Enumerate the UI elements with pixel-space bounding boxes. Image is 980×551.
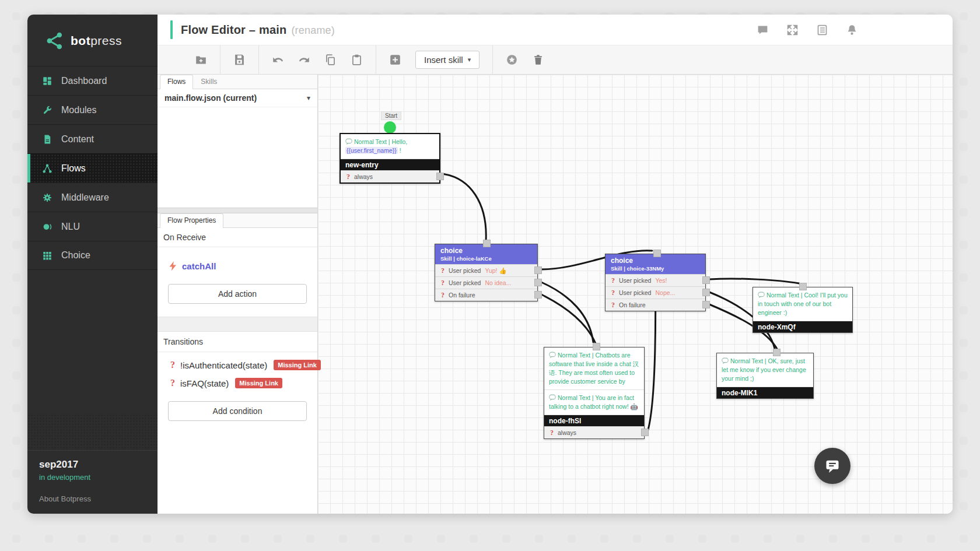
connection-port[interactable] [483, 240, 491, 247]
tab-flows[interactable]: Flows [160, 75, 193, 89]
sidebar-item-flows[interactable]: Flows [27, 153, 158, 183]
paste-button[interactable] [351, 54, 363, 66]
journal-icon[interactable] [816, 24, 828, 36]
sidebar-item-nlu[interactable]: NLU [27, 212, 158, 241]
undo-button[interactable] [272, 54, 284, 66]
add-action-button[interactable]: Add action [168, 284, 307, 304]
sidebar-item-middleware[interactable]: Middleware [27, 183, 158, 212]
node-transition-row[interactable]: ? always [341, 170, 439, 183]
toolbar: Insert skill ▾ [158, 45, 953, 75]
flow-list-area [158, 107, 317, 208]
logo-rest: press [90, 34, 122, 47]
condition-icon: ? [550, 429, 554, 437]
node-transition-row[interactable]: ? always [544, 426, 644, 438]
page-title: Flow Editor – main(rename) [181, 23, 335, 37]
condition-icon: ? [441, 279, 444, 287]
transition-item[interactable]: ? !isAuthenticated(state) Missing Link [158, 352, 317, 370]
choice-option-row[interactable]: ? On failure [435, 289, 537, 301]
sidebar-item-choice[interactable]: Choice [27, 241, 158, 270]
sidebar: botpress Dashboard Modules [27, 15, 158, 514]
chat-fab-button[interactable] [814, 448, 850, 484]
save-button[interactable] [233, 54, 246, 66]
connection-port[interactable] [799, 283, 807, 290]
connection-port[interactable] [534, 266, 542, 274]
panel-splitter[interactable] [158, 208, 317, 213]
node-title-bar: new-entry [341, 159, 439, 170]
rename-link[interactable]: (rename) [291, 24, 335, 36]
condition-icon: ? [441, 266, 444, 275]
condition-icon: ? [170, 360, 175, 370]
connection-port[interactable] [773, 349, 780, 356]
row-prefix: On failure [619, 301, 646, 308]
condition-icon: ? [611, 289, 615, 297]
grid-icon [42, 250, 52, 261]
transitions-heading: Transitions [158, 332, 317, 352]
connection-port[interactable] [702, 301, 710, 308]
sidebar-item-label: NLU [61, 222, 80, 232]
flow-node-choice-lakce[interactable]: choice Skill | choice-laKCe ? User picke… [435, 244, 538, 301]
copy-button[interactable] [324, 54, 337, 66]
choice-option-row[interactable]: ? User picked Yup! 👍 [435, 264, 537, 276]
insert-skill-button[interactable]: Insert skill ▾ [415, 51, 480, 69]
connection-port[interactable] [534, 291, 542, 299]
flow-canvas[interactable]: Start Normal Text | Hello, {{user.first_… [318, 75, 953, 514]
insert-skill-label: Insert skill [424, 55, 463, 65]
tab-flow-properties[interactable]: Flow Properties [160, 213, 223, 228]
sidebar-item-modules[interactable]: Modules [27, 95, 158, 124]
sidebar-item-label: Choice [61, 250, 90, 261]
transition-item[interactable]: ? isFAQ(state) Missing Link [158, 370, 317, 388]
bot-status: in development [39, 473, 146, 482]
connection-port[interactable] [436, 173, 444, 180]
connection-port[interactable] [534, 279, 542, 286]
tab-skills[interactable]: Skills [193, 75, 225, 89]
sidebar-item-dashboard[interactable]: Dashboard [27, 66, 158, 95]
flow-select[interactable]: main.flow.json (current) ▾ [158, 89, 317, 107]
comment-icon[interactable] [757, 24, 769, 36]
caret-down-icon: ▾ [468, 56, 471, 64]
sidebar-item-content[interactable]: Content [27, 124, 158, 153]
flow-node-choice-33nmy[interactable]: choice Skill | choice-33NMy ? User picke… [605, 254, 706, 311]
botpress-logo[interactable]: botpress [27, 15, 158, 66]
choice-subtitle: Skill | choice-laKCe [440, 255, 532, 262]
add-node-button[interactable] [389, 54, 401, 66]
favorite-button[interactable] [506, 54, 518, 66]
row-value: Yes! [655, 277, 667, 284]
sidebar-item-label: Content [61, 134, 94, 145]
choice-option-row[interactable]: ? On failure [606, 299, 705, 311]
choice-option-row[interactable]: ? User picked No idea... [435, 276, 537, 289]
catchall-link[interactable]: catchAll [182, 261, 216, 271]
gear-icon [42, 192, 52, 203]
node-message: Normal Text | You are in fact talking to… [549, 394, 638, 410]
choice-title: choice [440, 247, 532, 255]
choice-option-row[interactable]: ? User picked Yes! [606, 274, 705, 286]
flow-node-new-entry[interactable]: Normal Text | Hello, {{user.first_name}}… [340, 133, 440, 184]
fullscreen-icon[interactable] [786, 24, 799, 36]
edge-yes-to-xmqf [709, 279, 799, 283]
redo-button[interactable] [298, 54, 310, 66]
header: Flow Editor – main(rename) [158, 15, 953, 45]
bell-icon[interactable] [846, 24, 858, 36]
connection-port[interactable] [702, 276, 710, 284]
speech-bubble-icon [722, 357, 729, 364]
row-prefix: User picked [449, 279, 481, 286]
flow-node-xmqf[interactable]: Normal Text | Cool! I'll put you in touc… [752, 287, 853, 333]
node-message: Normal Text | Hello, [354, 138, 407, 145]
document-icon [42, 134, 52, 145]
row-prefix: User picked [619, 277, 651, 284]
flow-node-mlk1[interactable]: Normal Text | OK, sure, just let me know… [716, 353, 814, 399]
choice-option-row[interactable]: ? User picked Nope... [606, 286, 705, 299]
chat-icon [824, 458, 841, 474]
about-botpress-link[interactable]: About Botpress [39, 494, 146, 503]
action-item-catchall[interactable]: catchAll [158, 247, 317, 271]
delete-button[interactable] [532, 54, 544, 66]
new-flow-button[interactable] [195, 54, 207, 66]
connection-port[interactable] [593, 343, 600, 350]
connection-port[interactable] [653, 250, 661, 257]
choice-node-header: choice Skill | choice-33NMy [606, 254, 705, 274]
missing-link-badge: Missing Link [235, 378, 282, 388]
add-condition-button[interactable]: Add condition [168, 401, 307, 421]
flow-node-fhsl[interactable]: Normal Text | Chatbots are software that… [544, 347, 645, 439]
variable-chip: {{user.first_name}} [345, 147, 398, 154]
connection-port[interactable] [702, 289, 710, 296]
connection-port[interactable] [641, 429, 649, 436]
